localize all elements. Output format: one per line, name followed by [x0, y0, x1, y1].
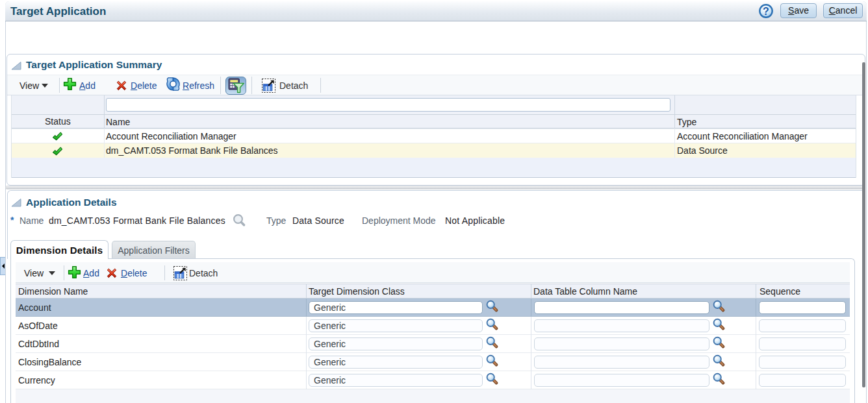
svg-text:?: ? — [763, 6, 769, 17]
